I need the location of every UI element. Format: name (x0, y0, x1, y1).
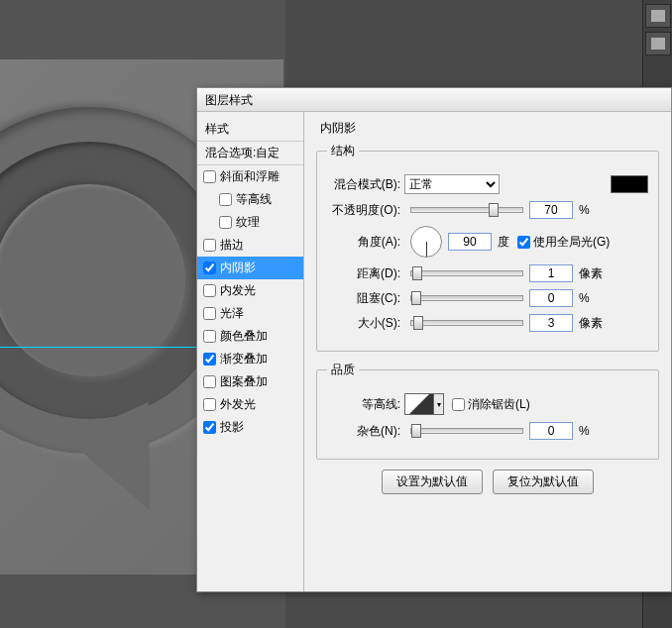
contour-label: 等高线: (327, 396, 404, 413)
style-checkbox[interactable] (203, 170, 216, 183)
style-item-label: 内阴影 (220, 260, 256, 276)
style-checkbox[interactable] (203, 375, 216, 388)
size-label: 大小(S): (327, 315, 404, 332)
color-swatch[interactable] (611, 175, 648, 193)
style-item-5[interactable]: 内发光 (197, 279, 303, 302)
angle-dial[interactable] (410, 226, 442, 258)
style-item-9[interactable]: 图案叠加 (197, 370, 303, 393)
structure-fieldset: 结构 混合模式(B): 正常 不透明度(O): % 角度(A): (316, 143, 659, 352)
styles-header[interactable]: 样式 (197, 118, 303, 142)
noise-label: 杂色(N): (327, 423, 404, 440)
noise-unit: % (579, 424, 590, 438)
style-item-label: 光泽 (220, 305, 244, 322)
contour-swatch[interactable] (404, 393, 434, 415)
antialias-label: 消除锯齿(L) (468, 396, 530, 413)
choke-input[interactable] (529, 289, 573, 307)
global-light-label: 使用全局光(G) (533, 234, 610, 251)
size-row: 大小(S): 像素 (327, 314, 648, 332)
dialog-title-text: 图层样式 (205, 93, 253, 107)
styles-list-panel: 样式 混合选项:自定 斜面和浮雕等高线纹理描边内阴影内发光光泽颜色叠加渐变叠加图… (197, 112, 304, 591)
style-item-label: 纹理 (236, 214, 260, 231)
choke-unit: % (579, 291, 590, 305)
size-input[interactable] (529, 314, 573, 332)
dialog-title-bar[interactable]: 图层样式 (197, 88, 671, 112)
settings-panel: 内阴影 结构 混合模式(B): 正常 不透明度(O): % 角度(A): (304, 112, 671, 591)
distance-label: 距离(D): (327, 265, 404, 282)
button-row: 设置为默认值 复位为默认值 (316, 470, 659, 494)
style-checkbox[interactable] (219, 193, 232, 206)
style-checkbox[interactable] (203, 398, 216, 411)
angle-input[interactable] (448, 233, 492, 251)
style-item-label: 内发光 (220, 282, 256, 299)
style-checkbox[interactable] (203, 421, 216, 434)
style-item-3[interactable]: 描边 (197, 234, 303, 257)
opacity-slider[interactable] (410, 207, 523, 213)
quality-legend: 品质 (327, 362, 359, 378)
style-item-label: 投影 (220, 419, 244, 436)
size-slider[interactable] (410, 320, 523, 326)
noise-slider[interactable] (410, 428, 523, 434)
style-checkbox[interactable] (203, 262, 216, 274)
noise-row: 杂色(N): % (327, 422, 648, 440)
style-checkbox[interactable] (203, 353, 216, 366)
style-item-label: 等高线 (236, 191, 272, 208)
layer-style-dialog: 图层样式 样式 混合选项:自定 斜面和浮雕等高线纹理描边内阴影内发光光泽颜色叠加… (196, 87, 672, 592)
opacity-input[interactable] (529, 201, 573, 219)
style-item-label: 图案叠加 (220, 373, 268, 390)
style-item-0[interactable]: 斜面和浮雕 (197, 165, 303, 188)
blending-options-header[interactable]: 混合选项:自定 (197, 142, 303, 165)
style-item-label: 斜面和浮雕 (220, 168, 280, 185)
opacity-row: 不透明度(O): % (327, 201, 648, 219)
style-item-1[interactable]: 等高线 (197, 188, 303, 211)
style-item-6[interactable]: 光泽 (197, 302, 303, 325)
quality-fieldset: 品质 等高线: ▾ 消除锯齿(L) 杂色(N): % (316, 362, 659, 460)
opacity-unit: % (579, 203, 590, 217)
style-checkbox[interactable] (203, 307, 216, 320)
contour-dropdown[interactable]: ▾ (434, 393, 444, 415)
antialias-check[interactable] (452, 398, 465, 411)
distance-slider[interactable] (410, 270, 523, 276)
style-checkbox[interactable] (203, 239, 216, 252)
opacity-label: 不透明度(O): (327, 202, 404, 219)
dialog-body: 样式 混合选项:自定 斜面和浮雕等高线纹理描边内阴影内发光光泽颜色叠加渐变叠加图… (197, 112, 671, 591)
noise-input[interactable] (529, 422, 573, 440)
size-unit: 像素 (579, 315, 603, 332)
style-item-2[interactable]: 纹理 (197, 211, 303, 234)
choke-slider[interactable] (410, 295, 523, 301)
style-checkbox[interactable] (203, 330, 216, 343)
distance-unit: 像素 (579, 265, 603, 282)
style-item-7[interactable]: 颜色叠加 (197, 325, 303, 348)
contour-row: 等高线: ▾ 消除锯齿(L) (327, 393, 648, 415)
distance-input[interactable] (529, 264, 573, 282)
style-item-11[interactable]: 投影 (197, 416, 303, 439)
style-checkbox[interactable] (203, 284, 216, 297)
panel-title: 内阴影 (316, 120, 659, 137)
antialias-checkbox[interactable]: 消除锯齿(L) (452, 396, 530, 413)
style-item-10[interactable]: 外发光 (197, 393, 303, 416)
angle-label: 角度(A): (327, 234, 404, 251)
toolbar-button-2[interactable] (645, 32, 671, 55)
angle-unit: 度 (498, 234, 509, 251)
global-light-checkbox[interactable]: 使用全局光(G) (517, 234, 610, 251)
reset-default-button[interactable]: 复位为默认值 (493, 470, 594, 494)
blend-mode-select[interactable]: 正常 (404, 174, 500, 194)
choke-label: 阻塞(C): (327, 290, 404, 307)
style-item-label: 描边 (220, 237, 244, 254)
style-item-4[interactable]: 内阴影 (197, 257, 303, 279)
toolbar-icon (651, 10, 665, 22)
distance-row: 距离(D): 像素 (327, 264, 648, 282)
blend-mode-row: 混合模式(B): 正常 (327, 174, 648, 194)
style-item-label: 颜色叠加 (220, 328, 268, 345)
style-item-8[interactable]: 渐变叠加 (197, 348, 303, 370)
blend-mode-label: 混合模式(B): (327, 176, 404, 193)
style-item-label: 外发光 (220, 396, 256, 413)
toolbar-icon (651, 38, 665, 50)
style-checkbox[interactable] (219, 216, 232, 229)
toolbar-button-1[interactable] (645, 4, 671, 28)
structure-legend: 结构 (327, 143, 359, 159)
style-item-label: 渐变叠加 (220, 351, 268, 367)
global-light-check[interactable] (517, 236, 530, 249)
set-default-button[interactable]: 设置为默认值 (382, 470, 483, 494)
choke-row: 阻塞(C): % (327, 289, 648, 307)
angle-row: 角度(A): 度 使用全局光(G) (327, 226, 648, 258)
